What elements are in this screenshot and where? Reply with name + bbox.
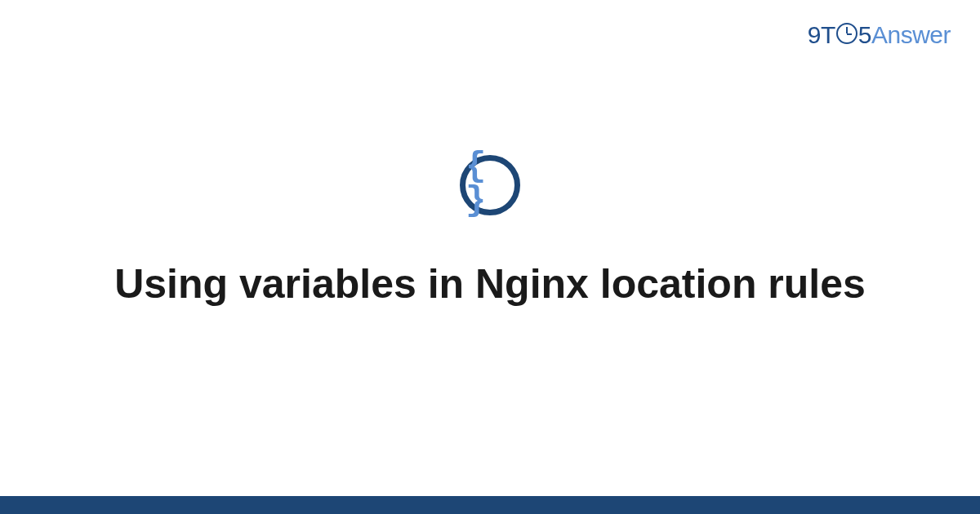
main-content: { } Using variables in Nginx location ru… (0, 0, 980, 514)
page-title: Using variables in Nginx location rules (114, 258, 866, 311)
footer-bar (0, 496, 980, 514)
code-icon: { } (460, 155, 520, 215)
braces-icon: { } (466, 149, 514, 218)
